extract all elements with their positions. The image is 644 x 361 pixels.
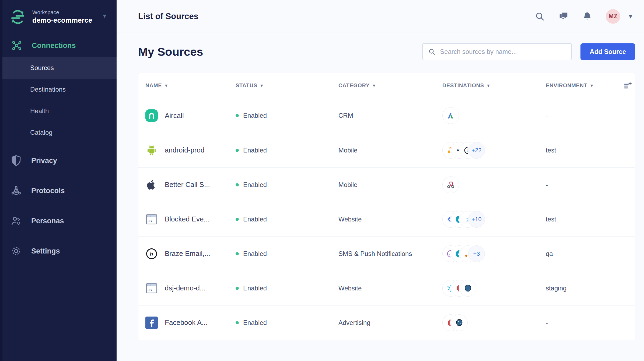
sidebar-item-connections[interactable]: Connections xyxy=(0,34,117,57)
svg-text:JS: JS xyxy=(148,288,152,292)
category-label: Website xyxy=(338,284,442,292)
environment-label: staging xyxy=(546,284,623,292)
sort-caret-icon: ▾ xyxy=(487,83,490,88)
source-icon: b xyxy=(145,248,158,260)
environment-label: test xyxy=(546,147,623,154)
source-search xyxy=(422,43,572,60)
adwords-destination-icon xyxy=(442,107,459,124)
protocols-icon xyxy=(10,185,22,197)
source-name: Aircall xyxy=(165,112,184,120)
avatar[interactable]: MZ xyxy=(606,9,620,24)
search-icon[interactable] xyxy=(535,11,545,22)
environment-label: - xyxy=(546,181,623,189)
page-title: List of Sources xyxy=(138,12,198,21)
status-dot xyxy=(236,183,239,186)
sidebar-item-health[interactable]: Health xyxy=(0,100,117,122)
status-label: Enabled xyxy=(243,250,267,258)
workspace-switcher[interactable]: Workspace demo-ecommerce ▾ xyxy=(0,0,117,34)
table-header-row: Name▾Status▾Category▾Destinations▾Enviro… xyxy=(138,73,635,98)
source-icon xyxy=(145,144,158,157)
sidebar: Workspace demo-ecommerce ▾ Connections S… xyxy=(0,0,117,361)
content-area: My Sources Add Source Name▾Status▾Catego… xyxy=(117,33,644,361)
category-label: Mobile xyxy=(338,147,442,154)
connections-icon xyxy=(11,40,22,51)
table-row[interactable]: Facebook A... Enabled Advertising - xyxy=(138,305,635,340)
bell-icon[interactable] xyxy=(582,11,592,22)
sources-table: Name▾Status▾Category▾Destinations▾Enviro… xyxy=(138,73,635,340)
segment-logo-icon xyxy=(10,9,25,25)
svg-text:b: b xyxy=(150,250,153,257)
environment-label: - xyxy=(546,112,623,119)
destinations-more-badge[interactable]: +3 xyxy=(468,245,485,262)
sort-caret-icon: ▾ xyxy=(373,83,375,88)
destinations-more-badge[interactable]: +10 xyxy=(468,211,485,228)
sidebar-sections: PrivacyProtocolsPersonasSettings xyxy=(0,145,117,266)
column-label: Environment xyxy=(546,82,587,89)
chevron-down-icon[interactable]: ▾ xyxy=(629,13,632,20)
shield-icon xyxy=(10,155,22,166)
sidebar-item-catalog[interactable]: Catalog xyxy=(0,122,117,143)
column-header-destinations[interactable]: Destinations▾ xyxy=(442,82,546,89)
column-label: Name xyxy=(145,82,162,89)
sidebar-item-protocols[interactable]: Protocols xyxy=(0,176,117,206)
gear-icon xyxy=(10,245,22,257)
category-label: Advertising xyxy=(338,319,442,327)
sidebar-item-sources[interactable]: Sources xyxy=(0,57,117,79)
top-bar: List of Sources MZ ▾ xyxy=(117,0,644,33)
source-icon: JS xyxy=(145,213,158,225)
source-icon xyxy=(145,179,158,191)
table-row[interactable]: b Braze Email,... Enabled SMS & Push Not… xyxy=(138,236,635,271)
sidebar-item-label: Privacy xyxy=(31,157,57,165)
edit-columns-icon[interactable] xyxy=(623,81,632,90)
table-row[interactable]: Aircall Enabled CRM - xyxy=(138,98,635,133)
destination-icons: A+10 xyxy=(442,211,546,228)
workspace-name: demo-ecommerce xyxy=(32,16,92,25)
table-row[interactable]: JS Blocked Eve... Enabled Website A+10 t… xyxy=(138,202,635,236)
destinations-more-badge[interactable]: +22 xyxy=(468,142,485,159)
sidebar-item-privacy[interactable]: Privacy xyxy=(0,145,117,176)
workspace-label: Workspace xyxy=(32,9,92,16)
status-dot xyxy=(236,287,239,290)
destination-icons xyxy=(442,107,546,124)
destination-icons xyxy=(442,314,546,331)
status-label: Enabled xyxy=(243,284,267,292)
destination-icons: k+22 xyxy=(442,142,546,159)
source-name: dsj-demo-d... xyxy=(165,284,206,292)
category-label: Website xyxy=(338,216,442,223)
personas-icon xyxy=(10,215,22,227)
status-label: Enabled xyxy=(243,216,267,223)
status-label: Enabled xyxy=(243,319,267,327)
postgres-destination-icon xyxy=(451,314,468,331)
destination-icons xyxy=(442,176,546,193)
table-row[interactable]: android-prod Enabled Mobile k+22 test xyxy=(138,133,635,167)
status-dot xyxy=(236,149,239,152)
destination-icons xyxy=(442,280,546,297)
svg-text:JS: JS xyxy=(148,219,152,223)
sidebar-item-destinations[interactable]: Destinations xyxy=(0,79,117,100)
column-header-status[interactable]: Status▾ xyxy=(236,82,338,89)
destination-icons: A+3 xyxy=(442,245,546,262)
column-header-environment[interactable]: Environment▾ xyxy=(546,82,623,89)
table-row[interactable]: JS dsj-demo-d... Enabled Website staging xyxy=(138,271,635,305)
status-dot xyxy=(236,114,239,117)
sidebar-item-settings[interactable]: Settings xyxy=(0,236,117,266)
column-label: Destinations xyxy=(442,82,484,89)
status-label: Enabled xyxy=(243,181,267,189)
search-input[interactable] xyxy=(440,48,566,55)
source-name: android-prod xyxy=(165,146,204,154)
chat-icon[interactable] xyxy=(558,11,569,22)
column-header-name[interactable]: Name▾ xyxy=(145,82,236,89)
source-icon xyxy=(145,317,158,329)
source-name: Blocked Eve... xyxy=(165,215,209,223)
environment-label: - xyxy=(546,319,623,327)
add-source-button[interactable]: Add Source xyxy=(580,43,635,60)
column-header-category[interactable]: Category▾ xyxy=(338,82,442,89)
sidebar-item-label: Connections xyxy=(32,41,76,50)
column-label: Category xyxy=(338,82,370,89)
table-row[interactable]: Better Call S... Enabled Mobile - xyxy=(138,167,635,202)
sidebar-item-personas[interactable]: Personas xyxy=(0,206,117,236)
chevron-down-icon[interactable]: ▾ xyxy=(103,12,106,20)
section-heading: My Sources xyxy=(138,45,203,58)
source-name: Better Call S... xyxy=(165,180,210,189)
webhook-destination-icon xyxy=(442,176,459,193)
